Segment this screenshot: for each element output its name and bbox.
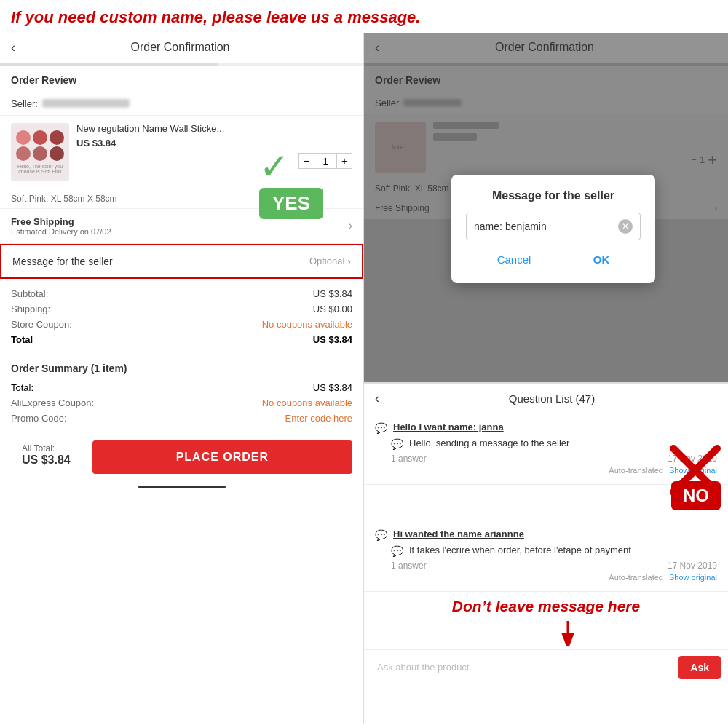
product-price: US $3.84: [76, 138, 352, 149]
question-1-translated-row: Auto-translated Show original: [375, 464, 717, 477]
seller-name-blur: [42, 99, 130, 108]
question-2-question: 💬 Hi wanted the name ariannne: [375, 529, 717, 541]
question-1-meta: 1 answer 17 Nov 2019: [375, 454, 717, 464]
promo-label: Promo Code:: [11, 413, 67, 424]
question-2-answer-text: It takes l'ecrire when order, before l'e…: [409, 545, 631, 555]
question-1-answer-text: Hello, sending a message to the seller: [409, 438, 569, 448]
question-icon-1: 💬: [375, 422, 387, 434]
coupon-value[interactable]: No coupons available: [262, 319, 352, 330]
question-list-header: ‹ Question List (47): [364, 384, 728, 414]
subtotal-row: Subtotal: US $3.84: [11, 286, 352, 301]
left-panel-title: Order Confirmation: [23, 41, 338, 54]
question-1-text[interactable]: Hello I want name: janna: [393, 422, 504, 432]
order-summary-title: Order Summary (1 item): [11, 363, 352, 374]
shipping-cost-label: Shipping:: [11, 304, 50, 314]
coupon-label: Store Coupon:: [11, 319, 72, 330]
top-banner: If you need custom name, please leave us…: [0, 0, 728, 33]
ask-button[interactable]: Ask: [678, 656, 721, 679]
right-top-section: ‹ Order Confirmation Order Review Seller…: [364, 33, 728, 382]
modal-clear-button[interactable]: ✕: [618, 219, 633, 234]
product-image: Hello, The color you choose is Soft Pink: [11, 123, 69, 181]
down-arrow-icon: [408, 621, 728, 649]
question-2-auto-translated: Auto-translated: [609, 573, 663, 582]
total-row: Total US $3.84: [11, 332, 352, 347]
shipping-date: Estimated Delivery on 07/02: [11, 227, 111, 236]
left-header: ‹ Order Confirmation: [0, 33, 363, 63]
summary-coupon-label: AliExpress Coupon:: [11, 397, 94, 408]
dont-leave-text: Don’t leave message here: [364, 592, 728, 621]
product-name: New regulation Name Wall Sticke...: [76, 123, 352, 135]
total-label: Total: [11, 334, 33, 345]
question-2-meta: 1 answer 17 Nov 2019: [375, 561, 717, 571]
place-order-button[interactable]: PLACE ORDER: [92, 440, 352, 474]
shipping-cost-row: Shipping: US $0.00: [11, 301, 352, 317]
message-arrow-icon: ›: [347, 256, 351, 267]
product-row: Hello, The color you choose is Soft Pink…: [0, 116, 363, 189]
question-1-question: 💬 Hello I want name: janna: [375, 422, 717, 434]
yes-badge: YES: [259, 188, 323, 219]
all-total-label: All Total:: [22, 443, 71, 454]
coupon-row: Store Coupon: No coupons available: [11, 317, 352, 332]
right-bottom-section: ‹ Question List (47) 💬 Hello I want name…: [364, 382, 728, 724]
summary-total-value: US $3.84: [313, 382, 352, 393]
question-2-count: 1 answer: [391, 561, 427, 571]
answer-icon-2: 💬: [391, 545, 403, 557]
seller-row: Seller:: [0, 92, 363, 116]
modal-buttons: Cancel OK: [466, 250, 641, 269]
no-badge: NO: [671, 481, 721, 510]
cost-section: Subtotal: US $3.84 Shipping: US $0.00 St…: [0, 279, 363, 355]
shipping-cost-value: US $0.00: [313, 304, 352, 314]
modal-title: Message for the seller: [466, 189, 641, 202]
question-2-translated-row: Auto-translated Show original: [375, 571, 717, 584]
right-panel: ‹ Order Confirmation Order Review Seller…: [364, 33, 728, 724]
shipping-arrow-icon: ›: [349, 219, 352, 232]
total-value: US $3.84: [313, 334, 352, 345]
question-2-show-original[interactable]: Show original: [669, 573, 717, 582]
qlist-back-arrow[interactable]: ‹: [375, 391, 379, 406]
promo-value[interactable]: Enter code here: [285, 413, 352, 424]
message-seller-label: Message for the seller: [12, 256, 113, 267]
left-back-arrow[interactable]: ‹: [11, 40, 15, 55]
all-total-left: All Total: US $3.84: [11, 443, 82, 470]
summary-total-label: Total:: [11, 382, 33, 393]
summary-coupon-row: AliExpress Coupon: No coupons available: [11, 395, 352, 411]
message-seller-row[interactable]: Message for the seller Optional ›: [0, 244, 363, 279]
question-list-title: Question List (47): [387, 392, 717, 405]
order-summary-section: Order Summary (1 item) Total: US $3.84 A…: [0, 355, 363, 433]
modal-ok-button[interactable]: OK: [579, 250, 625, 269]
question-2-answer: 💬 It takes l'ecrire when order, before l…: [375, 545, 717, 557]
answer-icon-1: 💬: [391, 438, 403, 450]
checkmark-icon: ✓: [259, 149, 323, 185]
modal-cancel-button[interactable]: Cancel: [483, 250, 546, 269]
question-1-auto-translated: Auto-translated: [609, 466, 663, 475]
question-item-2: 💬 Hi wanted the name ariannne 💬 It takes…: [364, 521, 728, 592]
question-1-count: 1 answer: [391, 454, 427, 464]
subtotal-label: Subtotal:: [11, 288, 48, 299]
modal-input-value[interactable]: benjamin: [505, 221, 618, 232]
question-1-answer: 💬 Hello, sending a message to the seller: [375, 438, 717, 450]
modal-overlay: Message for the seller name: benjamin ✕ …: [364, 33, 728, 382]
qty-increase-btn[interactable]: +: [336, 153, 352, 169]
yes-overlay: ✓ YES: [259, 149, 323, 219]
subtotal-value: US $3.84: [313, 288, 352, 299]
message-optional: Optional: [309, 256, 344, 266]
banner-text: If you need custom name, please leave us…: [11, 7, 717, 28]
question-2-date: 17 Nov 2019: [668, 561, 717, 571]
promo-row: Promo Code: Enter code here: [11, 411, 352, 426]
left-panel: ‹ Order Confirmation Order Review Seller…: [0, 33, 364, 724]
summary-total-row: Total: US $3.84: [11, 380, 352, 395]
modal-input-prefix: name:: [474, 221, 502, 232]
all-total-value: US $3.84: [22, 454, 71, 467]
ask-input-row: Ask about the product. Ask: [364, 649, 728, 685]
question-2-text[interactable]: Hi wanted the name ariannne: [393, 529, 524, 539]
order-review-label: Order Review: [0, 66, 363, 92]
home-indicator: [138, 486, 226, 488]
ask-input-placeholder[interactable]: Ask about the product.: [371, 657, 678, 677]
all-total-section: All Total: US $3.84 PLACE ORDER: [0, 433, 363, 481]
question-icon-2: 💬: [375, 529, 387, 541]
shipping-label: Free Shipping: [11, 216, 111, 227]
modal-input-row[interactable]: name: benjamin ✕: [466, 213, 641, 240]
modal-dialog: Message for the seller name: benjamin ✕ …: [451, 175, 655, 283]
summary-coupon-value[interactable]: No coupons available: [262, 397, 352, 408]
seller-label: Seller:: [11, 98, 38, 109]
